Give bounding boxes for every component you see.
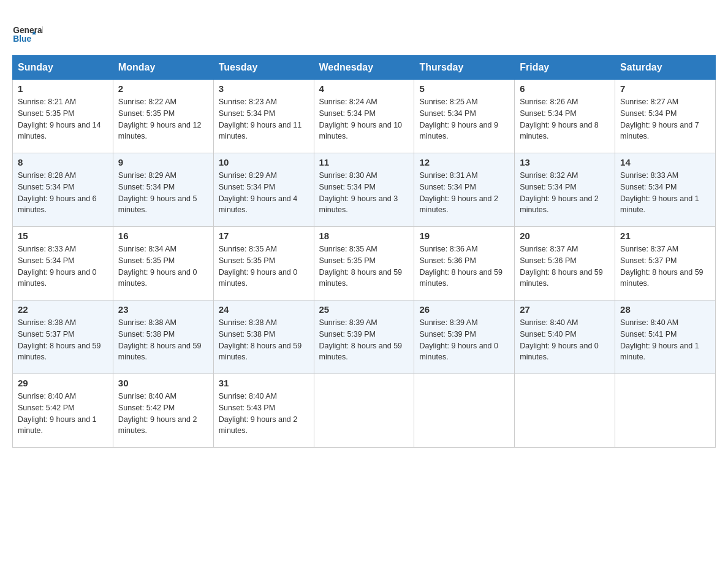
calendar-cell — [615, 374, 716, 448]
day-info: Sunrise: 8:35 AMSunset: 5:35 PMDaylight:… — [319, 243, 409, 289]
day-info: Sunrise: 8:39 AMSunset: 5:39 PMDaylight:… — [319, 317, 409, 363]
day-info: Sunrise: 8:37 AMSunset: 5:36 PMDaylight:… — [520, 243, 610, 289]
week-row-4: 22Sunrise: 8:38 AMSunset: 5:37 PMDayligh… — [13, 301, 716, 374]
calendar-cell: 19Sunrise: 8:36 AMSunset: 5:36 PMDayligh… — [414, 227, 515, 301]
week-row-2: 8Sunrise: 8:28 AMSunset: 5:34 PMDaylight… — [13, 153, 716, 227]
day-number: 16 — [118, 231, 208, 241]
day-number: 13 — [520, 157, 610, 167]
day-info: Sunrise: 8:27 AMSunset: 5:34 PMDaylight:… — [620, 96, 710, 142]
day-number: 28 — [620, 304, 710, 315]
day-number: 29 — [18, 378, 108, 388]
day-number: 31 — [219, 378, 309, 388]
day-info: Sunrise: 8:40 AMSunset: 5:43 PMDaylight:… — [219, 391, 309, 437]
calendar-cell — [515, 374, 615, 448]
day-number: 14 — [620, 157, 710, 167]
day-number: 12 — [419, 157, 509, 167]
calendar-cell: 30Sunrise: 8:40 AMSunset: 5:42 PMDayligh… — [113, 374, 213, 448]
day-number: 27 — [520, 304, 610, 315]
col-header-sunday: Sunday — [13, 56, 113, 80]
col-header-friday: Friday — [515, 56, 615, 80]
day-info: Sunrise: 8:35 AMSunset: 5:35 PMDaylight:… — [219, 243, 309, 289]
week-row-1: 1Sunrise: 8:21 AMSunset: 5:35 PMDaylight… — [13, 80, 716, 153]
calendar-cell: 13Sunrise: 8:32 AMSunset: 5:34 PMDayligh… — [515, 153, 615, 227]
calendar-cell: 31Sunrise: 8:40 AMSunset: 5:43 PMDayligh… — [213, 374, 314, 448]
day-info: Sunrise: 8:26 AMSunset: 5:34 PMDaylight:… — [520, 96, 610, 142]
calendar-cell: 8Sunrise: 8:28 AMSunset: 5:34 PMDaylight… — [13, 153, 113, 227]
svg-text:General: General — [13, 26, 43, 35]
calendar-cell: 22Sunrise: 8:38 AMSunset: 5:37 PMDayligh… — [13, 301, 113, 374]
day-info: Sunrise: 8:28 AMSunset: 5:34 PMDaylight:… — [18, 170, 108, 216]
calendar-cell: 15Sunrise: 8:33 AMSunset: 5:34 PMDayligh… — [13, 227, 113, 301]
day-info: Sunrise: 8:40 AMSunset: 5:42 PMDaylight:… — [18, 391, 108, 437]
calendar-cell: 1Sunrise: 8:21 AMSunset: 5:35 PMDaylight… — [13, 80, 113, 153]
day-number: 10 — [219, 157, 309, 167]
calendar-table: SundayMondayTuesdayWednesdayThursdayFrid… — [12, 55, 716, 448]
day-number: 2 — [118, 83, 208, 94]
calendar-cell: 21Sunrise: 8:37 AMSunset: 5:37 PMDayligh… — [615, 227, 716, 301]
day-info: Sunrise: 8:33 AMSunset: 5:34 PMDaylight:… — [18, 243, 108, 289]
day-number: 4 — [319, 83, 409, 94]
day-number: 18 — [319, 231, 409, 241]
day-info: Sunrise: 8:39 AMSunset: 5:39 PMDaylight:… — [419, 317, 509, 363]
logo-svg: General Blue — [12, 18, 43, 49]
calendar-cell: 17Sunrise: 8:35 AMSunset: 5:35 PMDayligh… — [213, 227, 314, 301]
calendar-cell: 16Sunrise: 8:34 AMSunset: 5:35 PMDayligh… — [113, 227, 213, 301]
calendar-cell: 4Sunrise: 8:24 AMSunset: 5:34 PMDaylight… — [314, 80, 414, 153]
day-number: 1 — [18, 83, 108, 94]
calendar-cell: 6Sunrise: 8:26 AMSunset: 5:34 PMDaylight… — [515, 80, 615, 153]
day-number: 17 — [219, 231, 309, 241]
day-info: Sunrise: 8:38 AMSunset: 5:38 PMDaylight:… — [118, 317, 208, 363]
week-row-3: 15Sunrise: 8:33 AMSunset: 5:34 PMDayligh… — [13, 227, 716, 301]
day-info: Sunrise: 8:34 AMSunset: 5:35 PMDaylight:… — [118, 243, 208, 289]
day-number: 20 — [520, 231, 610, 241]
day-info: Sunrise: 8:33 AMSunset: 5:34 PMDaylight:… — [620, 170, 710, 216]
calendar-cell: 25Sunrise: 8:39 AMSunset: 5:39 PMDayligh… — [314, 301, 414, 374]
day-info: Sunrise: 8:30 AMSunset: 5:34 PMDaylight:… — [319, 170, 409, 216]
day-info: Sunrise: 8:40 AMSunset: 5:41 PMDaylight:… — [620, 317, 710, 363]
day-info: Sunrise: 8:24 AMSunset: 5:34 PMDaylight:… — [319, 96, 409, 142]
calendar-cell: 27Sunrise: 8:40 AMSunset: 5:40 PMDayligh… — [515, 301, 615, 374]
logo: General Blue — [12, 18, 43, 49]
day-info: Sunrise: 8:40 AMSunset: 5:40 PMDaylight:… — [520, 317, 610, 363]
day-info: Sunrise: 8:32 AMSunset: 5:34 PMDaylight:… — [520, 170, 610, 216]
calendar-cell — [314, 374, 414, 448]
day-number: 6 — [520, 83, 610, 94]
day-info: Sunrise: 8:38 AMSunset: 5:37 PMDaylight:… — [18, 317, 108, 363]
col-header-wednesday: Wednesday — [314, 56, 414, 80]
calendar-cell: 14Sunrise: 8:33 AMSunset: 5:34 PMDayligh… — [615, 153, 716, 227]
day-info: Sunrise: 8:36 AMSunset: 5:36 PMDaylight:… — [419, 243, 509, 289]
col-header-saturday: Saturday — [615, 56, 716, 80]
day-number: 11 — [319, 157, 409, 167]
day-info: Sunrise: 8:25 AMSunset: 5:34 PMDaylight:… — [419, 96, 509, 142]
calendar-cell: 24Sunrise: 8:38 AMSunset: 5:38 PMDayligh… — [213, 301, 314, 374]
calendar-cell: 20Sunrise: 8:37 AMSunset: 5:36 PMDayligh… — [515, 227, 615, 301]
day-number: 24 — [219, 304, 309, 315]
calendar-cell — [414, 374, 515, 448]
day-info: Sunrise: 8:38 AMSunset: 5:38 PMDaylight:… — [219, 317, 309, 363]
calendar-cell: 3Sunrise: 8:23 AMSunset: 5:34 PMDaylight… — [213, 80, 314, 153]
col-header-tuesday: Tuesday — [213, 56, 314, 80]
calendar-cell: 28Sunrise: 8:40 AMSunset: 5:41 PMDayligh… — [615, 301, 716, 374]
day-info: Sunrise: 8:29 AMSunset: 5:34 PMDaylight:… — [219, 170, 309, 216]
calendar-cell: 9Sunrise: 8:29 AMSunset: 5:34 PMDaylight… — [113, 153, 213, 227]
day-info: Sunrise: 8:21 AMSunset: 5:35 PMDaylight:… — [18, 96, 108, 142]
day-number: 8 — [18, 157, 108, 167]
day-number: 22 — [18, 304, 108, 315]
col-header-thursday: Thursday — [414, 56, 515, 80]
day-info: Sunrise: 8:37 AMSunset: 5:37 PMDaylight:… — [620, 243, 710, 289]
col-header-monday: Monday — [113, 56, 213, 80]
calendar-cell: 11Sunrise: 8:30 AMSunset: 5:34 PMDayligh… — [314, 153, 414, 227]
calendar-cell: 23Sunrise: 8:38 AMSunset: 5:38 PMDayligh… — [113, 301, 213, 374]
calendar-cell: 2Sunrise: 8:22 AMSunset: 5:35 PMDaylight… — [113, 80, 213, 153]
calendar-cell: 10Sunrise: 8:29 AMSunset: 5:34 PMDayligh… — [213, 153, 314, 227]
calendar-cell: 7Sunrise: 8:27 AMSunset: 5:34 PMDaylight… — [615, 80, 716, 153]
calendar-cell: 29Sunrise: 8:40 AMSunset: 5:42 PMDayligh… — [13, 374, 113, 448]
day-number: 21 — [620, 231, 710, 241]
day-number: 9 — [118, 157, 208, 167]
calendar-cell: 26Sunrise: 8:39 AMSunset: 5:39 PMDayligh… — [414, 301, 515, 374]
svg-text:Blue: Blue — [13, 34, 31, 44]
day-info: Sunrise: 8:31 AMSunset: 5:34 PMDaylight:… — [419, 170, 509, 216]
day-info: Sunrise: 8:23 AMSunset: 5:34 PMDaylight:… — [219, 96, 309, 142]
day-number: 3 — [219, 83, 309, 94]
day-info: Sunrise: 8:29 AMSunset: 5:34 PMDaylight:… — [118, 170, 208, 216]
